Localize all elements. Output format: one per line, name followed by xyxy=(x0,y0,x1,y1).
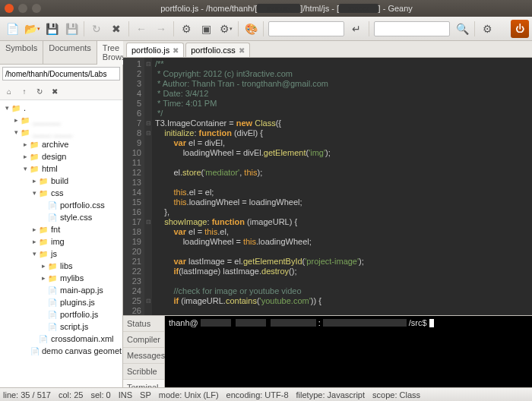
save-button[interactable]: 💾 xyxy=(43,20,61,38)
document-tab[interactable]: portfolio.css✖ xyxy=(185,43,250,57)
folder-icon: 📁 xyxy=(38,236,49,247)
tree-file[interactable]: 📄portfolio.css xyxy=(0,199,122,211)
folder-icon: 📁 xyxy=(29,151,40,162)
window-minimize-button[interactable] xyxy=(18,4,27,13)
document-tabs: portfolio.js✖portfolio.css✖ xyxy=(123,41,532,58)
terminal-prompt: thanh@ xyxy=(169,318,198,327)
document-tab[interactable]: portfolio.js✖ xyxy=(126,43,184,57)
sidebar: SymbolsDocumentsTree Browser ⌂ ↑ ↻ ✖ ▾📁.… xyxy=(0,41,123,387)
tree-folder[interactable]: ▸📁design xyxy=(0,150,122,163)
terminal-panel[interactable]: thanh@ : /src$ xyxy=(165,316,532,387)
folder-icon: 📁 xyxy=(47,260,58,271)
goto-line-input[interactable] xyxy=(268,21,344,36)
tree-folder[interactable]: ▸📁img xyxy=(0,235,122,248)
folder-icon: 📁 xyxy=(11,103,21,113)
bottom-tab-compiler[interactable]: Compiler xyxy=(123,332,164,348)
file-tree[interactable]: ▾📁.▸📁______▾📁____ ____▸📁archive▸📁design▾… xyxy=(0,100,122,387)
window-titlebar: portfolio.js - /home/thanh/[xxxxxx]/html… xyxy=(0,0,532,17)
folder-icon: 📁 xyxy=(20,127,30,137)
tree-path-input[interactable] xyxy=(2,67,120,81)
file-icon: 📄 xyxy=(47,200,58,210)
status-sp[interactable]: SP xyxy=(140,390,151,399)
window-title: portfolio.js - /home/thanh/[xxxxxx]/html… xyxy=(46,4,527,13)
window-close-button[interactable] xyxy=(5,4,14,13)
file-icon: 📄 xyxy=(47,321,58,332)
tree-file[interactable]: 📄crossdomain.xml xyxy=(0,333,122,345)
status-ins[interactable]: INS xyxy=(119,390,132,399)
tree-folder[interactable]: ▾📁js xyxy=(0,248,122,260)
preferences-button[interactable]: ⚙ xyxy=(478,20,496,38)
tree-file[interactable]: 📄script.js xyxy=(0,320,122,333)
file-icon: 📄 xyxy=(38,333,49,344)
goto-line-button[interactable]: ↵ xyxy=(347,20,366,38)
status-line: line: 35 / 517 xyxy=(3,390,51,399)
new-file-button[interactable]: 📄 xyxy=(3,20,21,38)
tree-close-button[interactable]: ✖ xyxy=(48,84,62,98)
open-file-button[interactable]: 📂▾ xyxy=(23,20,41,38)
search-input[interactable] xyxy=(374,21,450,36)
nav-forward-button[interactable]: → xyxy=(152,20,170,38)
tree-folder[interactable]: ▾📁. xyxy=(0,102,122,114)
folder-icon: 📁 xyxy=(38,224,49,235)
file-icon: 📄 xyxy=(47,285,58,295)
folder-icon: 📁 xyxy=(29,163,40,174)
quit-button[interactable]: ⏻ xyxy=(511,20,529,38)
folder-icon: 📁 xyxy=(38,188,49,198)
folder-icon: 📁 xyxy=(38,248,49,259)
tree-refresh-button[interactable]: ↻ xyxy=(33,84,46,98)
tab-close-icon[interactable]: ✖ xyxy=(239,46,245,55)
tree-up-button[interactable]: ↑ xyxy=(17,84,31,98)
code-editor[interactable]: 1234567891011121314151617181920212223242… xyxy=(123,58,532,315)
terminal-cursor xyxy=(429,319,434,327)
tree-folder[interactable]: ▸📁build xyxy=(0,175,122,187)
file-icon: 📄 xyxy=(47,309,58,320)
run-button[interactable]: ⚙▾ xyxy=(217,20,235,38)
sidebar-tab-documents[interactable]: Documents xyxy=(43,41,97,64)
tree-folder[interactable]: ▸📁archive xyxy=(0,138,122,150)
search-button[interactable]: 🔍 xyxy=(453,20,471,38)
folder-icon: 📁 xyxy=(47,273,58,283)
status-scope: scope: Class xyxy=(372,390,420,399)
bottom-tab-scribble[interactable]: Scribble xyxy=(123,364,164,380)
status-filetype: filetype: Javascript xyxy=(296,390,365,399)
tree-file[interactable]: 📄portfolio.js xyxy=(0,308,122,320)
status-mode: mode: Unix (LF) xyxy=(159,390,219,399)
reload-button[interactable]: ↻ xyxy=(87,20,106,38)
folder-icon: 📁 xyxy=(38,175,49,186)
tree-file[interactable]: 📄plugins.js xyxy=(0,296,122,308)
color-chooser-button[interactable]: 🎨 xyxy=(242,20,260,38)
tree-folder[interactable]: ▸📁libs xyxy=(0,260,122,272)
bottom-tab-status[interactable]: Status xyxy=(123,316,164,332)
sidebar-tab-symbols[interactable]: Symbols xyxy=(0,41,43,64)
bottom-tab-messages[interactable]: Messages xyxy=(123,348,164,364)
tree-folder[interactable]: ▾📁____ ____ xyxy=(0,126,122,138)
tree-home-button[interactable]: ⌂ xyxy=(2,84,16,98)
close-file-button[interactable]: ✖ xyxy=(107,20,125,38)
compile-button[interactable]: ⚙ xyxy=(177,20,195,38)
tree-file[interactable]: 📄demo canvas geometry. xyxy=(0,345,122,357)
folder-icon: 📁 xyxy=(29,139,40,150)
status-col: col: 25 xyxy=(59,390,83,399)
file-icon: 📄 xyxy=(47,212,58,223)
tree-folder[interactable]: ▸📁______ xyxy=(0,114,122,126)
status-encoding: encoding: UTF-8 xyxy=(226,390,289,399)
save-all-button[interactable]: 💾 xyxy=(62,20,81,38)
tree-folder[interactable]: ▸📁mylibs xyxy=(0,272,122,284)
window-maximize-button[interactable] xyxy=(32,4,41,13)
tree-folder[interactable]: ▾📁css xyxy=(0,187,122,199)
tree-folder[interactable]: ▾📁html xyxy=(0,163,122,175)
status-sel: sel: 0 xyxy=(90,390,110,399)
tree-folder[interactable]: ▸📁fnt xyxy=(0,223,122,235)
main-toolbar: 📄 📂▾ 💾 💾 ↻ ✖ ← → ⚙ ▣ ⚙▾ 🎨 ↵ 🔍 ⚙ ⏻ xyxy=(0,17,532,41)
tree-file[interactable]: 📄main-app.js xyxy=(0,284,122,296)
tab-close-icon[interactable]: ✖ xyxy=(173,46,179,55)
folder-icon: 📁 xyxy=(20,115,30,125)
build-button[interactable]: ▣ xyxy=(197,20,215,38)
file-icon: 📄 xyxy=(30,346,40,356)
tree-file[interactable]: 📄style.css xyxy=(0,211,122,223)
status-bar: line: 35 / 517 col: 25 sel: 0 INS SP mod… xyxy=(0,387,532,401)
nav-back-button[interactable]: ← xyxy=(132,20,150,38)
file-icon: 📄 xyxy=(47,297,58,308)
